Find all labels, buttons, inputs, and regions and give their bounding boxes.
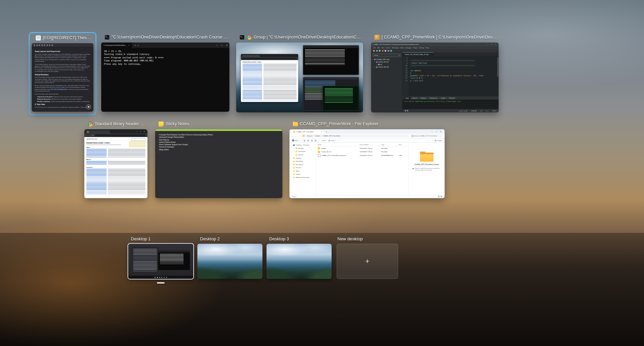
- close-icon: ✕: [224, 43, 229, 48]
- chevron-right-icon: ›: [321, 135, 321, 137]
- chrome-app-icon: [88, 122, 93, 127]
- window-title: Standard library header <cstdio…: [95, 122, 146, 126]
- window-thumbnail-document[interactable]: Snap Layouts and Snap Assist One of the …: [32, 43, 93, 112]
- chrome-tabstrip: ─ □ ✕: [84, 129, 147, 133]
- webpage-content: cppreference.com Standard library header…: [84, 137, 147, 198]
- terminal-app-icon: [240, 35, 245, 40]
- mini-document-window: [131, 246, 160, 275]
- window-title-row: CCAMD_CPP_PrimerWork - File Explorer: [289, 120, 445, 128]
- folder-icon: [296, 154, 297, 156]
- folder-icon: [293, 174, 295, 175]
- minimize-icon: ─: [430, 130, 434, 134]
- ad-banner: [129, 141, 145, 147]
- folder-icon: [293, 161, 295, 162]
- window-card-file-explorer[interactable]: CCAMD_CPP_PrimerWork - File Explorer CCA…: [289, 120, 445, 198]
- chevron-down-icon: ▾: [299, 140, 300, 141]
- copy-icon: [307, 140, 309, 141]
- chrome-toolbar: ← → ↻: [84, 133, 147, 137]
- sidebar-item: › Music: [289, 169, 316, 173]
- window-thumbnail-sticky-notes[interactable]: X Google Pixel Features You Won't Find o…: [155, 129, 282, 198]
- folder-icon: [293, 164, 295, 165]
- subtitle-skeleton: [86, 144, 121, 145]
- codelite-menubar: File Edit View Search Workspace Build De…: [371, 46, 499, 49]
- window-title: Sticky Notes: [166, 122, 189, 126]
- window-card-chrome[interactable]: Standard library header <cstdio… ─ □ ✕ ←…: [84, 120, 147, 198]
- preview-pane: CCAMD_CPP_PrimerWork (3 items) ☁ Select …: [409, 143, 445, 195]
- breadcrumb: › Sources › Codelite › CCAMD_CPP_PrimerW…: [301, 134, 409, 137]
- chevron-right-icon: ›: [293, 151, 295, 152]
- new-desktop-button[interactable]: +: [337, 244, 398, 279]
- note-content: X Google Pixel Features You Won't Find o…: [155, 131, 282, 156]
- chevron-right-icon: ›: [291, 164, 292, 165]
- mini-taskbar: [128, 276, 193, 279]
- nav-arrows: ← → ↑: [291, 135, 300, 137]
- window-card-document[interactable]: [EDI][REDIRECT] These Windows… Snap Layo…: [29, 32, 96, 115]
- mini-terminal-window: [303, 45, 359, 75]
- close-tab-icon: ✕: [321, 131, 322, 133]
- window-title-row: [ CCAMD_CPP_PrimerWork ] C:\Users\jricm\…: [371, 33, 499, 41]
- folder-icon: [293, 157, 295, 159]
- mini-address-bar: [242, 58, 297, 59]
- search-input: Search CCAMD_CPP_PrimerWork: [410, 134, 443, 137]
- explorer-toolbar: +New▾ ↕Sort▾ View▾ ⋯ Details: [289, 138, 445, 143]
- maximize-icon: □: [490, 43, 493, 46]
- file-icon: [318, 154, 320, 157]
- desktop-2-thumbnail[interactable]: [197, 244, 262, 279]
- active-desktop-indicator: [157, 282, 165, 284]
- plus-icon: +: [292, 139, 294, 141]
- new-button: +New▾: [292, 139, 299, 141]
- close-icon: ✕: [494, 43, 497, 46]
- tree-item: ▾Lesson_Set_01: [372, 61, 401, 63]
- window-card-sticky-notes[interactable]: Sticky Notes X Google Pixel Features You…: [155, 120, 282, 198]
- chevron-right-icon: ›: [291, 157, 292, 159]
- reference-table-skeleton: [86, 149, 145, 158]
- window-thumbnail-codelite[interactable]: [ CCAMD_CPP_PrimerWork ] C:\Users\jricm\…: [371, 43, 499, 112]
- folder-icon: [293, 170, 295, 172]
- search-icon: [412, 135, 414, 137]
- document-content: Snap Layouts and Snap Assist One of the …: [32, 47, 93, 111]
- statusbar-items: Ln 12, Col 30SPACESLFC++UTF-8: [459, 110, 496, 112]
- window-card-terminal[interactable]: "C:\Users\jricm\OneDrive\Desktop\Educati…: [101, 33, 229, 112]
- workspace-tree: ▾CCAMD_CPP_Prim… ▾Lesson_Set_01 ▸src ▸Le…: [372, 58, 401, 69]
- codelite-app-icon: [374, 35, 380, 40]
- window-title-row: Sticky Notes: [155, 120, 282, 128]
- desktop-3-thumbnail[interactable]: [267, 244, 332, 279]
- folder-icon: [293, 177, 295, 178]
- new-desktop-label: New desktop: [337, 236, 398, 241]
- maximize-icon: □: [434, 130, 439, 134]
- back-icon: ←: [86, 134, 88, 136]
- editor-tab: Lesson_Set_01/main_basic_01.cpp✕: [402, 52, 433, 56]
- more-icon: ⋯: [338, 140, 339, 141]
- sort-button: ↕Sort▾: [321, 140, 327, 141]
- window-thumbnail-chrome[interactable]: ─ □ ✕ ← → ↻ cppreference.com Standard li…: [84, 129, 147, 198]
- doc-bullet: Reduced distraction: Minimize the visual…: [35, 98, 90, 100]
- window-title: [ CCAMD_CPP_PrimerWork ] C:\Users\jricm\…: [382, 35, 497, 39]
- big-folder-icon: [420, 152, 433, 162]
- tree-item: ▸src: [372, 63, 401, 66]
- desktop-1-thumbnail[interactable]: [128, 244, 193, 279]
- tree-item: ▸Lesson_Set_02: [372, 66, 401, 69]
- window-thumbnail-terminal[interactable]: C:\Users\jricm\OneDrive\Des… ✕ + ▾ ─ □ ✕…: [101, 43, 229, 112]
- chrome-tab: [86, 130, 110, 133]
- minimize-icon: ─: [214, 43, 219, 48]
- window-title: [EDI][REDIRECT] These Windows…: [43, 35, 92, 40]
- doc-paragraph: Virtual Desktops offer distinct benefits…: [35, 93, 90, 95]
- output-panel-tabs: BuildSearchReplaceReferencesOutputTermin…: [402, 96, 499, 100]
- window-thumbnail-file-explorer[interactable]: CCAMD_CPP_PrimerWork ✕ + ─ □ ✕ ← → ↑: [289, 129, 445, 198]
- codelite-toolbar: [371, 49, 499, 52]
- build-config-dropdown: Debug▾: [372, 53, 401, 57]
- chevron-right-icon: ›: [341, 135, 342, 137]
- sidebar-item: › Desktop: [289, 156, 316, 160]
- window-card-codelite[interactable]: [ CCAMD_CPP_PrimerWork ] C:\Users\jricm\…: [371, 33, 499, 112]
- mini-browser-page: Standard library header <cstdio>: [241, 60, 298, 102]
- delete-icon: [315, 140, 316, 141]
- chevron-right-icon: ›: [291, 167, 292, 168]
- window-controls: ─ □ ✕: [214, 43, 229, 48]
- chevron-down-icon: ▾: [335, 140, 336, 141]
- window-thumbnail-group[interactable]: Standard library header <cstdio>: [236, 43, 363, 112]
- doc-paragraph: One of the standout multitasking feature…: [35, 53, 90, 62]
- file-row: codelite 12/11/2024 7:26 am File folder: [318, 147, 407, 150]
- window-title: "C:\Users\jricm\OneDrive\Desktop\Educati…: [112, 35, 228, 39]
- window-card-group[interactable]: Group | "C:\Users\jricm\OneDrive\Desktop…: [236, 33, 363, 112]
- doc-paragraph: Access Virtual Desktops by pressing Wind…: [35, 85, 90, 92]
